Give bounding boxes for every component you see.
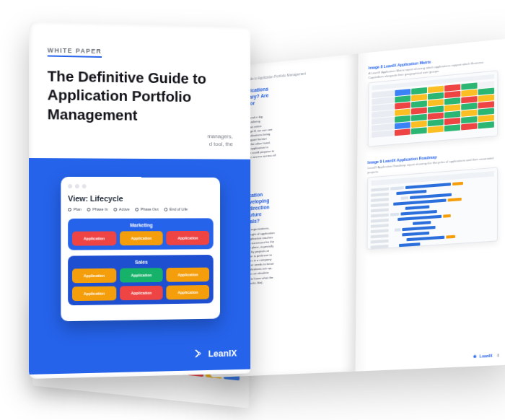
teaser-text: managers, d tool, the xyxy=(164,132,232,149)
phasein-dot-icon xyxy=(87,208,91,211)
whitepaper-cover: WHITE PAPER The Definitive Guide to Appl… xyxy=(29,22,250,379)
window-dots xyxy=(68,184,214,188)
group-marketing: Marketing Application Application Applic… xyxy=(68,218,214,250)
app-tile: Application xyxy=(72,268,116,283)
spread-right-page: Image 8 LeanIX Application Matrix A Lean… xyxy=(355,38,505,371)
app-tile: Application xyxy=(167,231,209,245)
phaseout-dot-icon xyxy=(135,207,139,211)
group-sales: Sales Application Application Applicatio… xyxy=(68,255,214,305)
app-tile: Application xyxy=(72,286,116,302)
app-tile: Application xyxy=(120,286,163,300)
lifecycle-panel: View: Lifecycle Plan Phase In Active Pha… xyxy=(61,177,220,321)
app-tile: Application xyxy=(167,268,209,282)
app-tile: Application xyxy=(72,232,116,246)
page-number: 8 xyxy=(497,354,499,357)
application-matrix-screenshot xyxy=(368,70,499,147)
eyebrow-label: WHITE PAPER xyxy=(48,47,102,58)
lifecycle-legend: Plan Phase In Active Phase Out End of Li… xyxy=(68,207,214,211)
footer-brand: LeanIX 8 xyxy=(473,353,499,359)
eol-dot-icon xyxy=(164,207,167,211)
leanix-logo-icon xyxy=(193,348,204,359)
active-dot-icon xyxy=(113,208,117,211)
app-tile: Application xyxy=(120,268,163,282)
app-tile: Application xyxy=(167,285,209,299)
cover-title: The Definitive Guide to Application Port… xyxy=(48,66,221,125)
leanix-logo-icon xyxy=(473,354,477,359)
application-roadmap-screenshot xyxy=(366,167,498,250)
brand-logo: LeanIX xyxy=(193,347,237,359)
app-tile: Application xyxy=(120,231,163,245)
plan-dot-icon xyxy=(68,208,71,211)
cover-hero: View: Lifecycle Plan Phase In Active Pha… xyxy=(29,158,250,375)
panel-title: View: Lifecycle xyxy=(68,194,214,203)
open-spread: The Definitive Guide to Application Port… xyxy=(210,38,505,377)
